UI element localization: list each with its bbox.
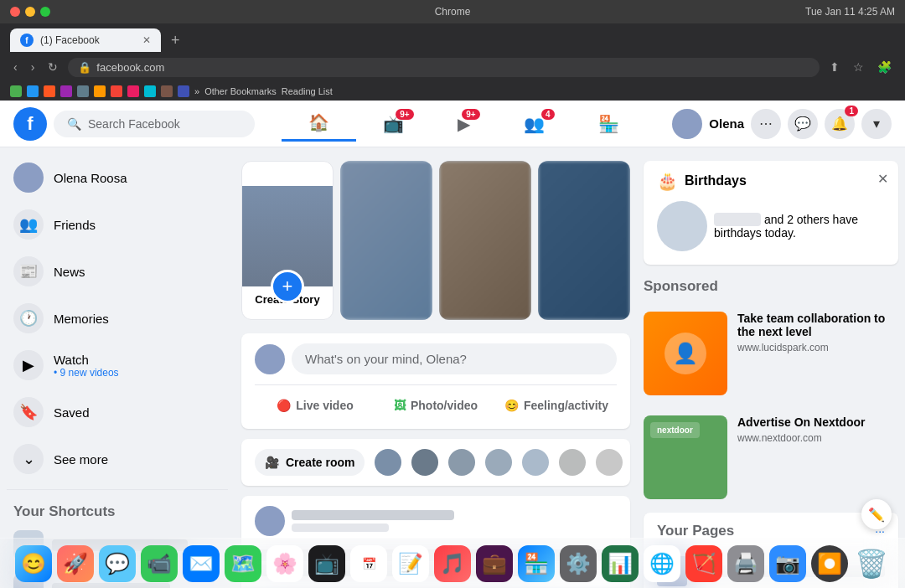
feeling-activity-button[interactable]: 😊 Feeling/activity (496, 392, 617, 419)
your-pages-title: Your Pages (657, 523, 734, 539)
bookmark-7[interactable] (127, 85, 139, 97)
story-card-1[interactable] (340, 161, 432, 320)
watch-badge: 9+ (462, 109, 479, 120)
sidebar-item-saved[interactable]: 🔖 Saved (7, 389, 228, 436)
watch-sidebar-icon: ▶ (13, 350, 44, 380)
notifications-button[interactable]: 🔔 1 (825, 109, 855, 139)
bookmark-6[interactable] (111, 85, 122, 97)
dock-trash[interactable]: 🗑️ (853, 545, 890, 582)
dock-appstore[interactable]: 🏪 (518, 545, 555, 582)
room-contact-7 (596, 449, 623, 476)
sidebar-news-label: News (54, 265, 85, 279)
dock-mail[interactable]: ✉️ (183, 545, 220, 582)
sidebar-item-friends[interactable]: 👥 Friends (7, 201, 228, 248)
sidebar-item-profile[interactable]: Olena Roosa (7, 154, 228, 201)
dock-settings[interactable]: ⚙️ (560, 545, 597, 582)
user-name[interactable]: Olena (709, 116, 744, 131)
title-bar: Chrome Tue Jan 11 4:25 AM (0, 0, 905, 23)
create-story-card[interactable]: + Create Story (241, 161, 334, 320)
bookmark-5[interactable] (94, 85, 106, 97)
search-box[interactable]: 🔍 Search Facebook (54, 111, 255, 137)
nav-groups[interactable]: 👥 4 (497, 106, 571, 142)
create-room-button[interactable]: 🎥 Create room (255, 449, 365, 476)
close-button[interactable] (10, 7, 20, 17)
story-card-3[interactable] (538, 161, 630, 320)
sidebar-item-see-more[interactable]: ⌄ See more (7, 436, 228, 482)
bookmark-more[interactable]: » (194, 86, 199, 96)
bookmark-4[interactable] (77, 85, 89, 97)
dock-finder[interactable]: 😊 (15, 545, 52, 582)
search-icon: 🔍 (67, 117, 81, 131)
ad-2[interactable]: nextdoor Advertise On Nextdoor www.nextd… (644, 409, 898, 506)
dock-printer[interactable]: 🖨️ (727, 545, 764, 582)
nav-watch[interactable]: ▶ 9+ (431, 106, 497, 142)
post-input-row: What's on your mind, Olena? (255, 343, 617, 374)
back-button[interactable]: ‹ (10, 57, 21, 77)
messenger-button[interactable]: 💬 (788, 109, 818, 139)
photo-video-label: Photo/video (411, 399, 478, 412)
post-input-field[interactable]: What's on your mind, Olena? (292, 343, 617, 374)
dock-music[interactable]: 🎵 (434, 545, 471, 582)
nav-marketplace[interactable]: 📺 9+ (356, 106, 431, 142)
minimize-button[interactable] (25, 7, 35, 17)
new-tab-button[interactable]: + (164, 32, 187, 49)
dock-arrow[interactable]: 🏹 (685, 545, 722, 582)
create-room-label: Create room (286, 456, 354, 469)
bookmark-other[interactable] (10, 85, 22, 97)
bookmark-9[interactable] (161, 85, 173, 97)
active-tab[interactable]: f (1) Facebook ✕ (10, 28, 161, 52)
tab-bar: f (1) Facebook ✕ + (0, 23, 905, 52)
nav-home[interactable]: 🏠 (282, 106, 356, 142)
sidebar-friends-label: Friends (54, 218, 96, 232)
live-video-button[interactable]: 🔴 Live video (255, 392, 375, 419)
dock-photos[interactable]: 🌸 (266, 545, 303, 582)
dock-slack[interactable]: 💼 (476, 545, 513, 582)
dock-calendar[interactable]: 📅 (350, 545, 387, 582)
birthday-close-button[interactable]: ✕ (877, 171, 888, 187)
bookmark-3[interactable] (60, 85, 72, 97)
bookmark-8[interactable] (144, 85, 156, 97)
photo-video-button[interactable]: 🖼 Photo/video (375, 392, 496, 419)
dock-launchpad[interactable]: 🚀 (57, 545, 94, 582)
ad-2-image: nextdoor (644, 415, 727, 499)
reload-button[interactable]: ↻ (44, 57, 61, 77)
ad-1[interactable]: 👤 Take team collaboration to the next le… (644, 305, 898, 402)
room-contact-3 (448, 449, 475, 476)
user-avatar-header[interactable] (672, 109, 702, 139)
sidebar-item-news[interactable]: 📰 News (7, 248, 228, 295)
live-video-label: Live video (296, 399, 353, 412)
bookmark-button[interactable]: ☆ (850, 57, 867, 77)
apps-grid-button[interactable]: ⋯ (751, 109, 781, 139)
bookmark-other-bookmarks[interactable]: Other Bookmarks (204, 86, 277, 96)
extension-button[interactable]: 🧩 (874, 57, 895, 77)
nav-gaming[interactable]: 🏪 (571, 106, 646, 142)
sidebar-item-memories[interactable]: 🕐 Memories (7, 295, 228, 342)
dock-maps[interactable]: 🗺️ (225, 545, 261, 582)
dock-reminders[interactable]: 📝 (392, 545, 429, 582)
post-box: What's on your mind, Olena? 🔴 Live video… (241, 333, 630, 429)
fullscreen-button[interactable] (40, 7, 50, 17)
facebook-logo[interactable]: f (13, 107, 47, 141)
story-card-2[interactable] (439, 161, 531, 320)
dock-quicktime[interactable]: ⏺️ (811, 545, 848, 582)
account-menu-button[interactable]: ▾ (861, 109, 892, 139)
dock-zoom[interactable]: 📷 (769, 545, 806, 582)
bookmark-10[interactable] (178, 85, 189, 97)
dock-chrome[interactable]: 🌐 (644, 545, 680, 582)
address-bar[interactable]: 🔒 facebook.com (68, 58, 820, 77)
forward-button[interactable]: › (28, 57, 39, 77)
post-actions: 🔴 Live video 🖼 Photo/video 😊 Feeling/act… (255, 384, 617, 419)
tab-close-button[interactable]: ✕ (142, 34, 151, 46)
floating-edit-button[interactable]: ✏️ (861, 499, 892, 529)
dock-facetime[interactable]: 📹 (141, 545, 178, 582)
share-button[interactable]: ⬆ (826, 57, 843, 77)
bookmark-1[interactable] (27, 85, 39, 97)
sidebar-username: Olena Roosa (54, 171, 127, 185)
bookmark-reading-list[interactable]: Reading List (282, 86, 333, 96)
dock-messages[interactable]: 💬 (99, 545, 136, 582)
dock-excel[interactable]: 📊 (602, 545, 639, 582)
add-story-button[interactable]: + (271, 270, 304, 303)
dock-appletv[interactable]: 📺 (308, 545, 345, 582)
sidebar-item-watch[interactable]: ▶ Watch • 9 new videos (7, 342, 228, 389)
bookmark-2[interactable] (44, 85, 55, 97)
